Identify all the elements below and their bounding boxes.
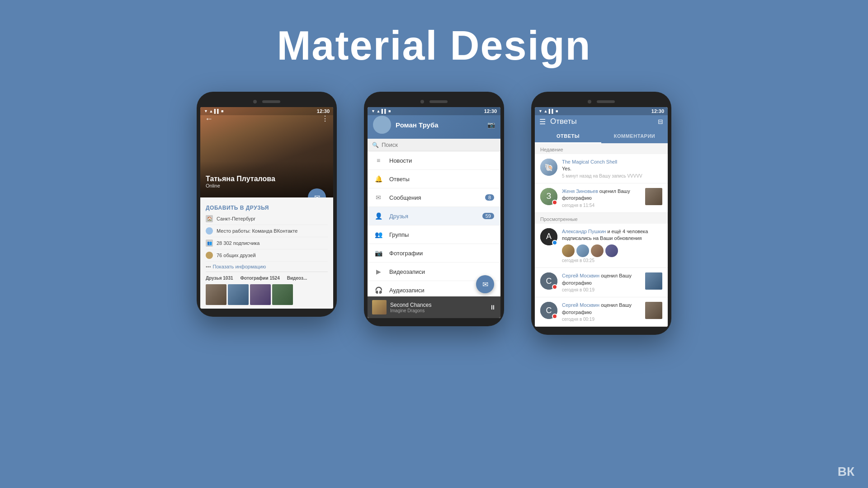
- notif-item-zenya: З Женя Зиновьев оценил Вашу фотографию с…: [535, 183, 668, 213]
- phone-top-2: [368, 100, 500, 103]
- mini-avatar-1: [562, 244, 575, 257]
- music-player: Second Chances Imagine Dragons ⏸: [368, 296, 500, 318]
- pause-button[interactable]: ⏸: [490, 304, 496, 311]
- show-info-link[interactable]: ••• Показать информацию: [206, 262, 328, 272]
- player-info: Second Chances Imagine Dragons: [390, 302, 486, 313]
- work-text: Место работы: Команда ВКонтакте: [217, 228, 297, 234]
- search-bar: 🔍: [368, 139, 500, 151]
- videos-stat: Видеоз...: [287, 276, 307, 281]
- viewed-header: Просмотренные: [535, 213, 668, 224]
- zenya-time: сегодня в 11:54: [562, 203, 641, 208]
- menu-label-messages: Сообщения: [389, 194, 421, 201]
- phones-container: ▼ ▲ ▌▌ ■ 12:30 ← ⋮ Татьяна Плуталова Onl…: [0, 92, 868, 335]
- profile-header: ← ⋮ Татьяна Плуталова Online ✉: [200, 107, 333, 197]
- menu-label-groups: Группы: [389, 231, 409, 238]
- messages-badge: 8: [485, 194, 494, 201]
- time-1: 12:30: [317, 108, 330, 114]
- profile-name-block: Татьяна Плуталова Online: [206, 175, 275, 188]
- profile-name: Татьяна Плуталова: [206, 175, 275, 183]
- phone-top-1: [200, 100, 333, 103]
- sergey2-photo-thumb: [645, 302, 662, 319]
- photo-thumb-2[interactable]: [228, 284, 249, 305]
- tab-comments[interactable]: КОММЕНТАРИИ: [601, 130, 668, 143]
- speaker-1: [262, 100, 280, 103]
- menu-label-friends: Друзья: [389, 213, 408, 220]
- mutual-avatar: [206, 252, 213, 259]
- player-artist: Imagine Dragons: [390, 308, 486, 313]
- time-2: 12:30: [484, 108, 497, 114]
- search-input[interactable]: [382, 141, 496, 148]
- filter-icon[interactable]: ⊟: [658, 118, 663, 125]
- shell-author-link[interactable]: The Magical Conch Shell: [562, 159, 617, 164]
- back-button[interactable]: ←: [205, 114, 213, 124]
- pushkin-author-link[interactable]: Александр Пушкин: [562, 229, 606, 234]
- player-track: Second Chances: [390, 302, 486, 308]
- profile-photos-row: [206, 284, 328, 305]
- hamburger-icon[interactable]: ☰: [539, 117, 546, 126]
- sergey2-author-link[interactable]: Сергей Москвин: [562, 302, 599, 308]
- notif-item-shell: 🐚 The Magical Conch Shell Yes. 5 минут н…: [535, 154, 668, 183]
- toolbar-title: Ответы: [550, 117, 653, 126]
- mutual-text: 76 общих друзей: [217, 253, 256, 258]
- zenya-avatar: З: [540, 188, 557, 205]
- menu-item-groups[interactable]: 👥 Группы: [368, 225, 500, 244]
- vk-logo: ВК: [838, 465, 854, 479]
- menu-label-videos: Видеозаписи: [389, 268, 425, 275]
- photo-thumb-1[interactable]: [206, 284, 226, 305]
- pushkin-avatar: А: [540, 228, 557, 245]
- menu-label-audio: Аудиозаписи: [389, 287, 425, 294]
- speaker-3: [597, 100, 615, 103]
- tab-answers[interactable]: ОТВЕТЫ: [535, 130, 601, 143]
- menu-item-news[interactable]: ≡ Новости: [368, 151, 500, 170]
- pushkin-time: сегодня в 03:25: [562, 258, 662, 263]
- menu-item-messages[interactable]: ✉ Сообщения 8: [368, 188, 500, 207]
- menu-label-photos: Фотографии: [389, 250, 423, 257]
- search-icon: 🔍: [372, 142, 379, 148]
- shell-time: 5 минут назад на Вашу запись VVVVV: [562, 174, 662, 178]
- camera-icon[interactable]: 📷: [487, 121, 495, 128]
- sergey1-content: Сергей Москвин оценил Вашу фотографию се…: [562, 272, 641, 292]
- profile-online-status: Online: [206, 183, 275, 188]
- sergey1-author-link[interactable]: Сергей Москвин: [562, 273, 599, 278]
- notif-item-pushkin: А Александр Пушкин и ещё 4 человека подп…: [535, 224, 668, 268]
- zenya-content: Женя Зиновьев оценил Вашу фотографию сег…: [562, 188, 641, 208]
- photo-thumb-4[interactable]: [272, 284, 293, 305]
- photo-thumb-3[interactable]: [250, 284, 271, 305]
- screen-menu: ▼ ▲ ▌▌ ■ 12:30 Роман Труба 📷 🔍 ≡ Новости: [368, 107, 500, 318]
- add-friend-button[interactable]: ДОБАВИТЬ В ДРУЗЬЯ: [206, 201, 328, 213]
- profile-stats: Друзья 1031 Фотографии 1524 Видеоз...: [206, 272, 328, 282]
- sergey1-avatar: С: [540, 272, 557, 290]
- phone-menu: ▼ ▲ ▌▌ ■ 12:30 Роман Труба 📷 🔍 ≡ Новости: [364, 92, 504, 326]
- more-button[interactable]: ⋮: [321, 114, 329, 123]
- sergey2-text: Сергей Москвин оценил Вашу фотографию: [562, 302, 641, 316]
- sergey1-text: Сергей Москвин оценил Вашу фотографию: [562, 272, 641, 286]
- zenya-author-link[interactable]: Женя Зиновьев: [562, 188, 598, 194]
- front-camera-3: [588, 100, 591, 103]
- page-title: Material Design: [0, 0, 868, 69]
- phone-profile: ▼ ▲ ▌▌ ■ 12:30 ← ⋮ Татьяна Плуталова Onl…: [197, 92, 337, 317]
- phone-notifications: ▼ ▲ ▌▌ ■ 12:30 ☰ Ответы ⊟ ОТВЕТЫ КОММЕНТ…: [531, 92, 671, 335]
- photo-icon: 📷: [374, 249, 383, 257]
- menu-item-answers[interactable]: 🔔 Ответы: [368, 170, 500, 188]
- mini-avatar-3: [591, 244, 604, 257]
- bell-icon: 🔔: [374, 175, 383, 183]
- menu-list: ≡ Новости 🔔 Ответы ✉ Сообщения 8 👤 Друзь…: [368, 151, 500, 318]
- followers-avatars: [562, 244, 662, 257]
- followers-text: 28 302 подписчика: [217, 240, 259, 246]
- city-text: Санкт-Петербург: [217, 216, 255, 221]
- like-badge-3: [552, 314, 557, 319]
- shell-content: The Magical Conch Shell Yes. 5 минут наз…: [562, 159, 662, 178]
- pushkin-content: Александр Пушкин и ещё 4 человека подпис…: [562, 228, 662, 263]
- status-bar-1: ▼ ▲ ▌▌ ■ 12:30: [200, 107, 333, 115]
- menu-item-photos[interactable]: 📷 Фотографии: [368, 244, 500, 263]
- menu-item-friends[interactable]: 👤 Друзья 59: [368, 207, 500, 225]
- follow-badge: [552, 240, 557, 245]
- profile-work: Место работы: Команда ВКонтакте: [206, 225, 328, 237]
- sergey2-content: Сергей Москвин оценил Вашу фотографию се…: [562, 302, 641, 322]
- pushkin-text: Александр Пушкин и ещё 4 человека подпис…: [562, 228, 662, 242]
- compose-fab[interactable]: ✉: [476, 275, 494, 293]
- home-icon: 🏠: [206, 215, 213, 222]
- mini-avatar-2: [576, 244, 589, 257]
- profile-city: 🏠 Санкт-Петербург: [206, 213, 328, 225]
- video-icon: ▶: [374, 268, 383, 275]
